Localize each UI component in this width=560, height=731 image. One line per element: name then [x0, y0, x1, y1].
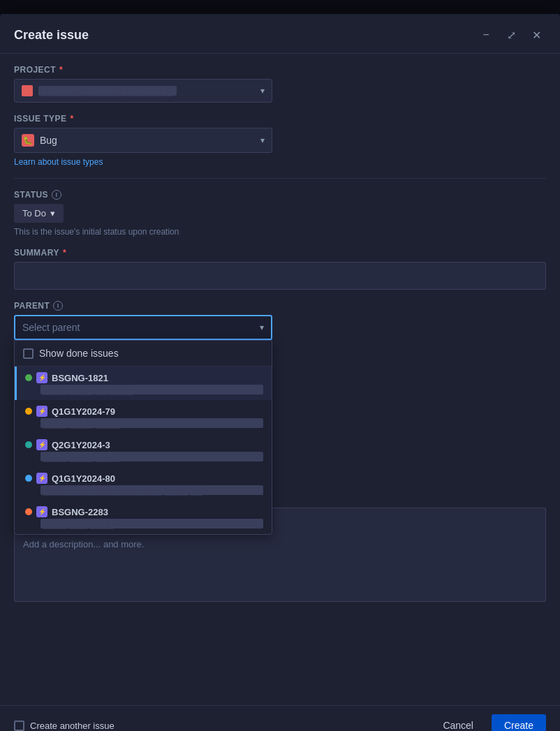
project-group: Project * ████████████████████ ▾: [14, 65, 546, 103]
summary-required: *: [63, 248, 66, 258]
issue-type-select[interactable]: Bug ▾: [14, 128, 272, 153]
dropdown-list: ⚡ BSGNG-1821 ████ ████ ██ ████ ⚡: [15, 367, 272, 534]
create-button[interactable]: Create: [492, 714, 546, 731]
modal-body: Project * ████████████████████ ▾ Issue t…: [0, 54, 560, 705]
modal-overlay: Create issue − ⤢ ✕ Project * ███████████…: [0, 0, 560, 731]
item-id: Q2G1Y2024-3: [52, 440, 110, 450]
project-value: ████████████████████: [38, 86, 177, 96]
modal-footer: Create another issue Cancel Create: [0, 705, 560, 731]
item-type-badge: ⚡: [36, 439, 47, 450]
footer-left: Create another issue: [14, 721, 115, 731]
footer-right: Cancel Create: [432, 714, 546, 731]
item-desc: ████████████████████ ████ ██: [40, 485, 263, 495]
project-select[interactable]: ████████████████████ ▾: [14, 79, 272, 103]
summary-label: Summary *: [14, 248, 546, 258]
issue-type-group: Issue type * Bug ▾ Learn about issue typ…: [14, 114, 546, 167]
bug-icon: [22, 134, 34, 147]
parent-dropdown-panel: Show done issues ⚡ BSGNG-1821 ████ ████: [14, 340, 272, 535]
list-item[interactable]: ⚡ Q2G1Y2024-3 ████ ████ ████: [15, 434, 272, 467]
modal-header-actions: − ⤢ ✕: [476, 25, 546, 45]
modal-title: Create issue: [14, 28, 89, 43]
item-desc: ████ ████ ████: [40, 418, 263, 428]
item-desc: ████ ████ ████: [40, 452, 263, 462]
item-id: Q1G1Y2024-80: [52, 473, 115, 484]
item-type-badge: ⚡: [36, 506, 47, 517]
create-another-checkbox[interactable]: [14, 721, 24, 731]
create-issue-modal: Create issue − ⤢ ✕ Project * ███████████…: [0, 14, 560, 731]
status-label: Status i: [14, 190, 546, 200]
item-id: BSGNG-2283: [52, 507, 108, 517]
parent-group: Parent i Select parent ▾ Show done issue…: [14, 301, 546, 340]
project-chevron-icon: ▾: [260, 86, 265, 96]
item-id: BSGNG-1821: [52, 373, 108, 383]
item-id: Q1G1Y2024-79: [52, 406, 115, 417]
status-button[interactable]: To Do ▾: [14, 204, 64, 223]
create-another-label: Create another issue: [30, 721, 115, 731]
issue-type-chevron-icon: ▾: [260, 135, 265, 145]
status-group: Status i To Do ▾ This is the issue's ini…: [14, 190, 546, 237]
summary-group: Summary *: [14, 248, 546, 290]
learn-about-issue-types-link[interactable]: Learn about issue types: [14, 157, 103, 167]
parent-select[interactable]: Select parent ▾: [14, 315, 272, 340]
status-chevron-icon: ▾: [50, 208, 55, 219]
status-dot-icon: [25, 441, 32, 448]
project-label: Project *: [14, 65, 546, 75]
editor-placeholder: Add a description... and more.: [23, 539, 144, 549]
summary-input[interactable]: [14, 262, 546, 290]
item-desc: ████ ████ ██ ████: [40, 385, 263, 394]
expand-button[interactable]: ⤢: [501, 25, 521, 45]
show-done-checkbox[interactable]: [23, 348, 34, 359]
issue-type-value: Bug: [40, 135, 57, 146]
status-dot-icon: [25, 374, 32, 381]
item-type-badge: ⚡: [36, 372, 47, 383]
status-hint: This is the issue's initial status upon …: [14, 227, 546, 237]
issue-type-required: *: [71, 114, 74, 124]
cancel-button[interactable]: Cancel: [432, 714, 485, 731]
parent-label: Parent i: [14, 301, 546, 311]
close-button[interactable]: ✕: [526, 25, 546, 45]
dropdown-show-done-header: Show done issues: [15, 341, 272, 367]
status-dot-icon: [25, 475, 32, 482]
issue-type-label: Issue type *: [14, 114, 546, 124]
parent-info-icon[interactable]: i: [53, 301, 63, 311]
minimize-button[interactable]: −: [476, 25, 496, 45]
modal-header: Create issue − ⤢ ✕: [0, 14, 560, 54]
item-type-badge: ⚡: [36, 473, 47, 484]
status-dot-icon: [25, 508, 32, 515]
status-value: To Do: [22, 208, 46, 219]
status-info-icon[interactable]: i: [52, 190, 61, 200]
list-item[interactable]: ⚡ Q1G1Y2024-79 ████ ████ ████: [15, 400, 272, 434]
item-type-badge: ⚡: [36, 406, 47, 417]
description-editor[interactable]: Add a description... and more.: [14, 532, 546, 602]
parent-chevron-icon: ▾: [260, 323, 264, 332]
section-divider: [14, 178, 546, 179]
list-item[interactable]: ⚡ BSGNG-2283 ████ ███ ████: [15, 501, 272, 534]
project-required: *: [59, 65, 63, 75]
project-dot-icon: [22, 85, 33, 96]
item-desc: ████ ███ ████: [40, 519, 263, 529]
show-done-label: Show done issues: [39, 348, 119, 359]
list-item[interactable]: ⚡ BSGNG-1821 ████ ████ ██ ████: [15, 367, 272, 400]
parent-select-wrapper: Select parent ▾ Show done issues: [14, 315, 272, 340]
parent-placeholder: Select parent: [22, 322, 80, 333]
status-dot-icon: [25, 408, 32, 415]
list-item[interactable]: ⚡ Q1G1Y2024-80 ████████████████████ ████…: [15, 467, 272, 501]
